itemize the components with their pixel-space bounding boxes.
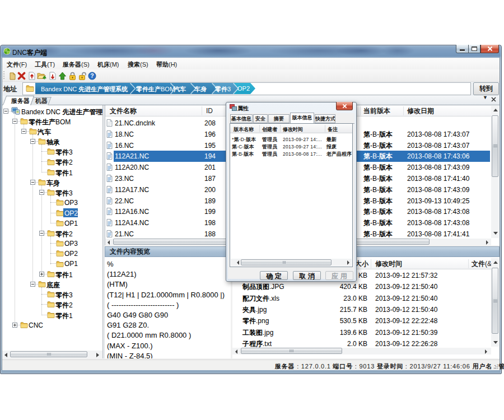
svg-text:?: ?	[90, 72, 94, 79]
